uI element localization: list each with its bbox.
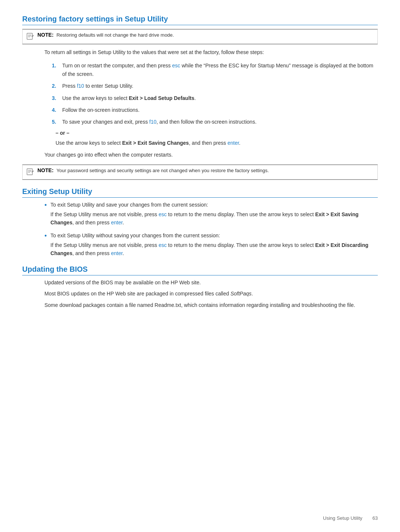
step-3-content: Use the arrow keys to select Exit > Load… [62,94,378,102]
f10-link-2: f10 [149,119,156,125]
esc-link-3: esc [159,242,167,248]
exit-bullet-1-content: To exit Setup Utility and save your chan… [50,201,378,227]
note2-text: Your password settings and security sett… [56,168,269,173]
page-footer: Using Setup Utility 63 [323,515,378,521]
exit-bullet-1: • To exit Setup Utility and save your ch… [44,201,378,227]
esc-link-2: esc [159,211,167,217]
step-3-num: 3. [52,94,59,102]
enter-link-1: enter [227,140,239,146]
step-2-content: Press f10 to enter Setup Utility. [62,82,378,90]
svg-rect-4 [27,168,33,175]
step-3: 3. Use the arrow keys to select Exit > L… [52,94,378,102]
softpaqs-italic: SoftPaqs [230,291,251,297]
or-label: – or – [56,130,378,136]
footer-page: 63 [373,515,378,521]
exiting-bullet-list: • To exit Setup Utility and save your ch… [44,201,378,258]
changes-text: Your changes go into effect when the com… [44,151,378,159]
exit-bullet-1-sub: If the Setup Utility menus are not visib… [50,210,378,227]
esc-link-1: esc [172,63,180,68]
step-4-num: 4. [52,106,59,114]
enter-link-3: enter [111,250,123,256]
note1-box: NOTE: Restoring defaults will not change… [22,29,378,44]
exit-bullet-2-main: To exit Setup Utility without saving you… [50,232,220,238]
bullet-dot-1: • [44,201,47,227]
footer-separator [364,515,371,521]
note2-box: NOTE: Your password settings and securit… [22,164,378,180]
step-1-num: 1. [52,61,59,78]
steps-list: 1. Turn on or restart the computer, and … [52,61,378,126]
step-5-content: To save your changes and exit, press f10… [62,118,378,126]
updating-para1: Updated versions of the BIOS may be avai… [44,278,378,287]
updating-section: Updating the BIOS Updated versions of th… [22,265,378,309]
step-2-num: 2. [52,82,59,90]
f10-link-1: f10 [77,83,84,89]
exiting-section: Exiting Setup Utility • To exit Setup Ut… [22,187,378,258]
step-1-content: Turn on or restart the computer, and the… [62,61,378,78]
svg-rect-0 [27,33,33,40]
exiting-heading: Exiting Setup Utility [22,187,378,198]
updating-para2: Most BIOS updates on the HP Web site are… [44,290,378,298]
step-3-bold: Exit > Load Setup Defaults [129,95,194,101]
or-bold: Exit > Exit Saving Changes [122,140,189,146]
step-4: 4. Follow the on-screen instructions. [52,106,378,114]
note1-icon [26,32,34,41]
exit-discarding-bold: Exit > Exit Discarding Changes [50,242,368,256]
note2-content: NOTE: Your password settings and securit… [37,167,269,173]
step-5: 5. To save your changes and exit, press … [52,118,378,126]
exit-bullet-2-content: To exit Setup Utility without saving you… [50,231,378,258]
exit-bullet-2-sub: If the Setup Utility menus are not visib… [50,241,378,258]
exit-saving-bold-1: Exit > Exit Saving Changes [50,211,359,225]
step-2: 2. Press f10 to enter Setup Utility. [52,82,378,90]
bullet-dot-2: • [44,231,47,258]
enter-link-2: enter [111,220,123,225]
step-5-num: 5. [52,118,59,126]
note1-label: NOTE: [37,32,54,38]
exit-bullet-2: • To exit Setup Utility without saving y… [44,231,378,258]
note1-text: Restoring defaults will not change the h… [56,32,174,38]
footer-text: Using Setup Utility [323,515,362,521]
note1-content: NOTE: Restoring defaults will not change… [37,32,174,38]
note2-icon [26,168,34,177]
step-4-content: Follow the on-screen instructions. [62,106,378,114]
updating-para3: Some download packages contain a file na… [44,301,378,309]
step-1: 1. Turn on or restart the computer, and … [52,61,378,78]
exit-bullet-1-main: To exit Setup Utility and save your chan… [50,202,208,208]
restoring-section: Restoring factory settings in Setup Util… [22,15,378,180]
updating-heading: Updating the BIOS [22,265,378,275]
restoring-intro: To return all settings in Setup Utility … [44,48,378,56]
note2-label: NOTE: [37,167,54,173]
or-subtext: Use the arrow keys to select Exit > Exit… [56,139,378,147]
restoring-heading: Restoring factory settings in Setup Util… [22,15,378,25]
